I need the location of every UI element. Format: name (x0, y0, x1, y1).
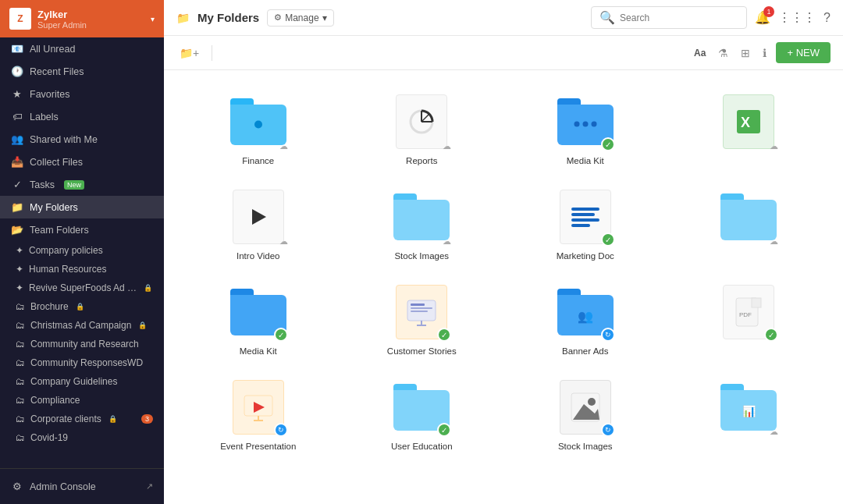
sidebar-item-company-policies[interactable]: ✦ Company policies (0, 241, 164, 260)
sidebar-item-my-folders[interactable]: 📁 My Folders (0, 196, 164, 218)
check-status-marketing: ✓ (601, 232, 615, 247)
sync-status-banner-ads: ↻ (601, 328, 615, 342)
corporate-lock-icon: 🔒 (108, 415, 117, 423)
sidebar-item-favorites[interactable]: ★ Favorites (0, 83, 164, 105)
file-item-folder-plain[interactable]: ☁ (670, 178, 828, 267)
cloud-status-video: ☁ (279, 236, 288, 247)
svg-marker-3 (252, 209, 266, 225)
sidebar-item-revive-superfoods[interactable]: ✦ Revive SuperFoods Ad … 🔒 (0, 279, 164, 297)
tasks-new-badge: New (64, 180, 84, 190)
new-button[interactable]: + NEW (776, 42, 831, 63)
sidebar-item-christmas-ad[interactable]: 🗂 Christmas Ad Campaign 🔒 (0, 316, 164, 335)
check-status-pdf: ✓ (764, 328, 778, 342)
org-name: Zylker (37, 9, 151, 20)
sidebar-item-admin-console[interactable]: ⚙ Admin Console ↗ (0, 475, 164, 498)
file-item-pdf[interactable]: PDF ✓ (670, 273, 828, 362)
file-item-stock-images[interactable]: ☁ Stock Images (343, 178, 501, 267)
file-item-marketing-doc[interactable]: ✓ Marketing Doc (507, 178, 664, 267)
lock-icon: 🔒 (144, 284, 152, 292)
team-folder-icon: 📂 (11, 224, 23, 236)
main-content: 📁 My Folders ⚙ Manage ▾ 🔍 🔔 1 ⋮⋮⋮ ? 📁+ A… (164, 0, 843, 504)
toolbar: 📁+ Aa ⚗ ⊞ ℹ + NEW (164, 36, 843, 70)
sort-az-icon[interactable]: Aa (691, 44, 709, 62)
file-item-media-kit-1[interactable]: ✓ Media Kit (507, 83, 664, 172)
file-item-customer-stories[interactable]: ✓ Customer Stories (343, 273, 501, 362)
sidebar-item-human-resources[interactable]: ✦ Human Resources (0, 260, 164, 279)
christmas-folder-icon: 🗂 (16, 320, 25, 331)
video-thumbnail (233, 190, 284, 244)
check-status-media-kit-1: ✓ (601, 137, 615, 151)
covid-icon: 🗂 (16, 432, 25, 443)
sidebar-item-brochure[interactable]: 🗂 Brochure 🔒 (0, 297, 164, 316)
manage-button[interactable]: ⚙ Manage ▾ (267, 9, 333, 27)
info-icon[interactable]: ℹ (759, 44, 770, 62)
cloud-status-excel: ☁ (770, 141, 778, 151)
sidebar-item-tasks[interactable]: ✓ Tasks New (0, 173, 164, 196)
cloud-status-stock: ☁ (443, 236, 451, 247)
file-item-analytics[interactable]: 📊 ☁ (670, 368, 828, 457)
org-switcher[interactable]: Z Zylker Super Admin ▾ (0, 0, 164, 37)
file-label-intro-video: Intro Video (237, 251, 279, 261)
svg-text:PDF: PDF (739, 311, 752, 318)
file-item-reports[interactable]: ☁ Reports (343, 83, 501, 172)
sidebar-item-company-guidelines[interactable]: 🗂 Company Guidelines (0, 372, 164, 391)
label-icon: 🏷 (11, 111, 23, 122)
svg-text:X: X (741, 115, 750, 130)
search-box[interactable]: 🔍 (591, 6, 747, 29)
help-icon[interactable]: ? (823, 11, 831, 25)
file-item-user-education[interactable]: ✓ User Education (343, 368, 501, 457)
sidebar-item-team-folders[interactable]: 📂 Team Folders (0, 218, 164, 241)
file-item-stock-images-2[interactable]: ↻ Stock Images (507, 368, 664, 457)
chart-thumbnail (396, 94, 447, 149)
sidebar-item-labels[interactable]: 🏷 Labels (0, 105, 164, 128)
sync-status-event-ppt: ↻ (274, 423, 288, 437)
external-link-icon: ↗ (146, 481, 153, 492)
brochure-folder-icon: 🗂 (16, 301, 25, 312)
file-item-event-presentation[interactable]: ↻ Event Presentation (180, 368, 337, 457)
file-label-event-presentation: Event Presentation (220, 442, 296, 451)
sidebar-item-corporate-clients[interactable]: 🗂 Corporate clients 🔒 3 (0, 410, 164, 428)
folder-breadcrumb-icon: 📁 (176, 12, 190, 24)
file-item-banner-ads[interactable]: 👥 ↻ Banner Ads (507, 273, 664, 362)
sidebar-item-community-research[interactable]: 🗂 Community and Research (0, 335, 164, 353)
cloud-status-reports: ☁ (443, 141, 451, 151)
compliance-icon: 🗂 (16, 395, 25, 406)
sync-status-stock-images-2: ↻ (601, 423, 615, 437)
file-label-stock-images: Stock Images (394, 251, 449, 261)
file-item-excel[interactable]: X ☁ (670, 83, 828, 172)
bell-icon[interactable]: 🔔 1 (755, 10, 770, 25)
star-folder-icon2: ✦ (16, 264, 23, 275)
view-toggle-icon[interactable]: ⊞ (738, 44, 753, 62)
file-label-user-education: User Education (391, 442, 453, 451)
clock-icon: 🕐 (11, 66, 23, 77)
sidebar-item-collect-files[interactable]: 📥 Collect Files (0, 151, 164, 173)
manage-chevron-icon: ▾ (322, 12, 327, 23)
file-label-reports: Reports (406, 156, 437, 165)
search-input[interactable] (620, 12, 738, 23)
sidebar-item-shared-with-me[interactable]: 👥 Shared with Me (0, 128, 164, 151)
corporate-icon: 🗂 (16, 413, 25, 424)
file-item-intro-video[interactable]: ☁ Intro Video (180, 178, 337, 267)
add-folder-icon[interactable]: 📁+ (176, 44, 202, 62)
search-icon: 🔍 (599, 10, 615, 25)
file-item-media-kit-2[interactable]: ✓ Media Kit (180, 273, 337, 362)
filter-icon[interactable]: ⚗ (715, 44, 731, 62)
org-role: Super Admin (37, 20, 151, 30)
file-item-finance[interactable]: ☁ Finance (180, 83, 337, 172)
svg-rect-9 (752, 298, 761, 307)
sidebar-item-covid-19[interactable]: 🗂 Covid-19 (0, 428, 164, 447)
grid-icon[interactable]: ⋮⋮⋮ (778, 10, 816, 25)
sidebar-item-community-responses[interactable]: 🗂 Community ResponsesWD (0, 353, 164, 372)
sidebar-item-all-unread[interactable]: 📧 All Unread (0, 37, 164, 60)
toolbar-divider (212, 45, 212, 61)
check-status-user-education: ✓ (437, 423, 451, 437)
svg-point-14 (588, 398, 596, 406)
star-icon: ★ (11, 88, 23, 100)
file-label-stock-images-2: Stock Images (558, 442, 613, 451)
brochure-lock-icon: 🔒 (76, 303, 84, 311)
sidebar-item-recent-files[interactable]: 🕐 Recent Files (0, 60, 164, 83)
svg-rect-5 (411, 303, 425, 306)
sidebar-item-compliance[interactable]: 🗂 Compliance (0, 391, 164, 410)
file-label-banner-ads: Banner Ads (562, 346, 608, 356)
check-status-media-kit-2: ✓ (274, 328, 288, 342)
